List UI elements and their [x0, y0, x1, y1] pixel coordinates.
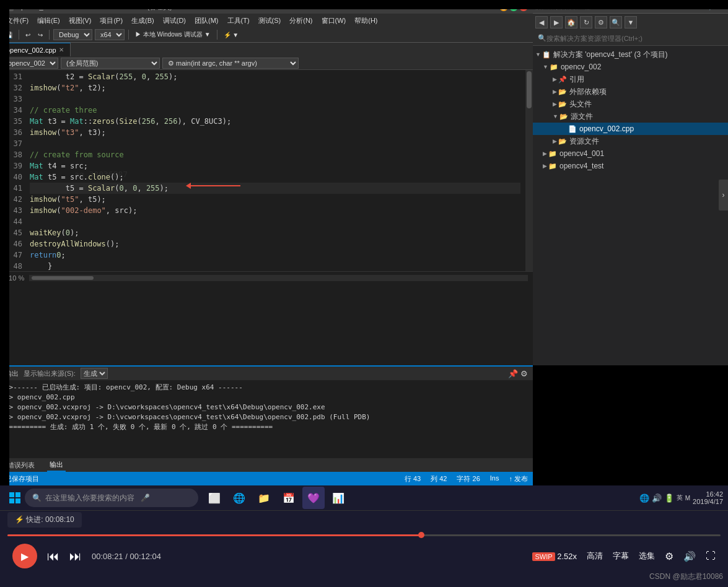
file-arrow: ▶ — [563, 126, 567, 132]
output-toolbar: 📌 ⚙ — [508, 369, 528, 378]
tree-opencv002[interactable]: ▼ 📁 opencv_002 — [533, 61, 728, 73]
progress-fill — [7, 534, 421, 536]
menu-team[interactable]: 团队(M) — [191, 15, 222, 27]
output-source-select[interactable]: 生成 — [81, 368, 108, 379]
project-icon: 📁 — [550, 63, 558, 71]
toolbar-redo[interactable]: ↪ — [35, 31, 45, 39]
progress-track[interactable] — [7, 534, 721, 536]
tab-error-list[interactable]: 错误列表 — [5, 459, 37, 471]
subtitle-button[interactable]: 字幕 — [613, 550, 629, 562]
quality-button[interactable]: 高清 — [587, 550, 603, 562]
explorer-button[interactable]: 📁 — [253, 487, 275, 509]
settings-button[interactable]: ⚙ — [665, 550, 673, 562]
tree-opencv4-test[interactable]: ▶ 📁 opencv4_test — [533, 160, 728, 172]
menu-analyze[interactable]: 分析(N) — [286, 15, 316, 27]
menu-window[interactable]: 窗口(W) — [318, 15, 350, 27]
menu-tools[interactable]: 工具(T) — [224, 15, 253, 27]
tree-solution[interactable]: ▼ 📋 解决方案 'opencv4_test' (3 个项目) — [533, 48, 728, 61]
ref-label: 引用 — [569, 74, 584, 85]
menu-build[interactable]: 生成(B) — [128, 15, 158, 27]
proj2-icon: 📁 — [548, 150, 557, 158]
ref-icon: 📌 — [558, 76, 567, 84]
menu-test[interactable]: 测试(S) — [255, 15, 285, 27]
tree-cpp-file[interactable]: ▶ 📄 opencv_002.cpp — [533, 123, 728, 135]
search-icon: 🔍 — [538, 34, 546, 42]
proj3-icon: 📁 — [548, 162, 557, 170]
progress-dot[interactable] — [418, 532, 424, 538]
output-settings[interactable]: ⚙ — [520, 369, 528, 378]
config-dropdown[interactable]: Debug — [53, 29, 92, 40]
sol-collapse[interactable]: ▼ — [625, 16, 637, 28]
status-right: 行 43 列 42 字符 26 Ins ↑ 发布 — [405, 474, 528, 484]
arrow-annotation — [186, 183, 240, 189]
chevron-down-icon: ▼ — [535, 51, 541, 58]
menu-view[interactable]: 视图(V) — [65, 15, 95, 27]
calendar-button[interactable]: 📅 — [278, 487, 300, 509]
output-panel: 输出 显示输出来源(S): 生成 📌 ⚙ 1>------ 已启动生成: 项目:… — [0, 365, 533, 461]
output-line-1: 1>------ 已启动生成: 项目: opencv_002, 配置: Debu… — [5, 383, 528, 393]
select-button[interactable]: 选集 — [639, 550, 655, 562]
horizontal-scrollbar[interactable] — [29, 275, 528, 281]
editor-tab-active[interactable]: opencv_002.cpp ✕ — [0, 43, 71, 56]
play-button[interactable]: ▶ — [12, 544, 37, 568]
collapse-panel-button[interactable]: › — [719, 180, 728, 211]
volume-btn[interactable]: 🔊 — [683, 550, 696, 562]
menu-help[interactable]: 帮助(H) — [351, 15, 381, 27]
tree-ext-deps[interactable]: ▶ 📂 外部依赖项 — [533, 85, 728, 98]
vs-taskbar-button[interactable]: 💜 — [302, 487, 325, 509]
progress-bar-area[interactable] — [0, 529, 728, 541]
h-scrollbar-thumb[interactable] — [32, 276, 94, 280]
fullscreen-button[interactable]: ⛶ — [706, 550, 716, 562]
clock-area: 16:42 2019/4/17 — [693, 490, 723, 505]
current-time: 00:08:21 — [92, 552, 123, 561]
menu-project[interactable]: 项目(P) — [96, 15, 126, 27]
scrollbar-thumb[interactable] — [527, 71, 532, 108]
tree-ref[interactable]: ▶ 📌 引用 — [533, 73, 728, 85]
clock-time: 16:42 — [706, 490, 723, 498]
tree-headers[interactable]: ▶ 📂 头文件 — [533, 98, 728, 110]
function-dropdown[interactable]: ⚙ main(int argc, char ** argv) — [162, 58, 299, 69]
sol-search-input[interactable] — [546, 35, 723, 42]
volume-icon[interactable]: 🔊 — [652, 494, 662, 503]
code-line-42: imshow("t5", t5); — [30, 194, 520, 205]
fast-forward-label: ⚡ 快进: 00:08:10 — [7, 512, 82, 528]
start-button[interactable] — [5, 488, 25, 508]
next-button[interactable]: ⏭ — [69, 549, 82, 563]
tab-output[interactable]: 输出 — [47, 459, 66, 472]
code-area: 3132333435 3637383940 4142434445 464748 … — [0, 70, 533, 271]
sol-props[interactable]: ⚙ — [595, 16, 607, 28]
chevron-right-icon-6: ▶ — [543, 163, 547, 169]
sol-home[interactable]: 🏠 — [565, 16, 577, 28]
task-view-button[interactable]: ⬜ — [203, 487, 226, 509]
run-button[interactable]: ▶ 本地 Windows 调试器 ▼ — [133, 30, 213, 40]
cpp-file-icon: 📄 — [568, 125, 577, 133]
code-line-37 — [30, 138, 520, 149]
tree-opencv001[interactable]: ▶ 📁 opencv4_001 — [533, 147, 728, 160]
toolbar-extra[interactable]: ⚡ ▼ — [221, 31, 242, 39]
output-pin[interactable]: 📌 — [508, 369, 518, 378]
chevron-down-icon-2: ▼ — [543, 64, 548, 70]
toolbar-undo[interactable]: ↩ — [23, 31, 33, 39]
app5-button[interactable]: 📊 — [327, 487, 349, 509]
chrome-button[interactable]: 🌐 — [228, 487, 250, 509]
menu-debug[interactable]: 调试(D) — [159, 15, 190, 27]
scope-dropdown[interactable]: opencv_002 — [2, 58, 58, 69]
scope-dropdown-2[interactable]: (全局范围) — [61, 58, 160, 69]
sol-refresh[interactable]: ↻ — [580, 16, 592, 28]
tree-resources[interactable]: ▶ 📂 资源文件 — [533, 135, 728, 147]
chevron-right-icon: ▶ — [553, 76, 557, 82]
tree-sources[interactable]: ▼ 📂 源文件 — [533, 110, 728, 123]
platform-dropdown[interactable]: x64 — [95, 29, 125, 40]
sol-filter[interactable]: 🔍 — [610, 16, 622, 28]
taskbar-search[interactable]: 🔍 在这里输入你要搜索的内容 🎤 — [25, 489, 198, 507]
prev-button[interactable]: ⏮ — [47, 549, 59, 563]
status-publish[interactable]: ↑ 发布 — [509, 474, 528, 484]
sol-fwd[interactable]: ▶ — [550, 16, 563, 28]
menu-edit[interactable]: 编辑(E) — [33, 15, 64, 27]
tab-close-button[interactable]: ✕ — [59, 46, 64, 53]
sol-back[interactable]: ◀ — [535, 16, 548, 28]
code-content[interactable]: t2 = Scalar(255, 0, 255); imshow("t2", t… — [25, 70, 525, 271]
taskbar-apps: ⬜ 🌐 📁 📅 💜 📊 — [203, 487, 349, 509]
vertical-scrollbar[interactable] — [525, 70, 533, 271]
system-tray: 🌐 🔊 🔋 英 M — [639, 494, 690, 503]
